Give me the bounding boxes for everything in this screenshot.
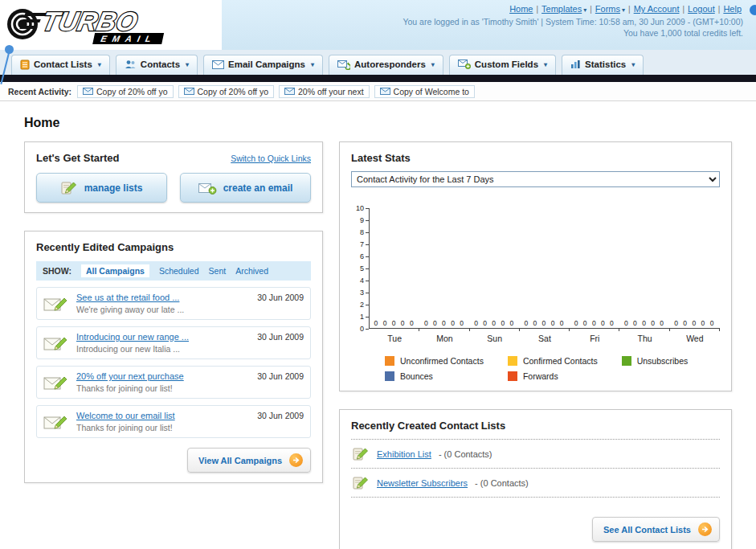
recent-activity-item[interactable]: 20% off your next (279, 85, 370, 98)
tab-email-campaigns[interactable]: Email Campaigns▾ (203, 55, 323, 75)
tab-statistics[interactable]: Statistics▾ (562, 55, 644, 75)
y-axis-label: 8 (360, 228, 364, 236)
top-nav-home[interactable]: Home (509, 4, 533, 14)
recently-created-contact-lists-panel: Recently Created Contact Lists Exhibitio… (339, 409, 732, 549)
campaign-list-item[interactable]: Introducing our new range ...Introducing… (36, 326, 311, 359)
switch-to-quick-links[interactable]: Switch to Quick Links (231, 154, 311, 163)
campaign-title-link[interactable]: Introducing our new range ... (76, 332, 250, 342)
top-nav-templates[interactable]: Templates▾ (541, 4, 586, 14)
contacts-icon (125, 59, 137, 69)
email-campaigns-icon (212, 60, 224, 69)
edit-list-icon (353, 475, 370, 490)
create-an-email-button[interactable]: create an email (180, 173, 311, 203)
see-all-contact-lists-label: See All Contact Lists (603, 525, 691, 535)
campaign-item-body: See us at the retail food ...We're givin… (76, 293, 250, 314)
left-column: Let's Get Started Switch to Quick Links … (24, 141, 323, 483)
credits-info: You have 1,000 total credits left. (403, 28, 743, 38)
x-axis-day-label: Fri (570, 331, 619, 343)
logo-text-turbo: TURBO (39, 6, 140, 36)
contact-list-detail: - (0 Contacts) (439, 449, 492, 459)
legend-item: Forwards (508, 371, 598, 381)
y-axis-label: 2 (360, 301, 364, 309)
recent-activity-item-label: Copy of Welcome to (394, 87, 469, 96)
logo-graphic: TURBO EMAIL (5, 3, 198, 47)
y-axis-label: 4 (360, 277, 364, 285)
campaign-title-link[interactable]: 20% off your next purchase (76, 371, 250, 381)
tab-custom-fields[interactable]: Custom Fields▾ (449, 55, 556, 75)
campaign-subtitle: Introducing our new Italia ... (76, 344, 250, 354)
contact-list-link[interactable]: Newsletter Subscribers (377, 478, 468, 488)
campaign-title-link[interactable]: See us at the retail food ... (76, 293, 250, 302)
contact-lists-icon (20, 59, 30, 70)
button-label: create an email (223, 182, 293, 194)
turbo-email-logo: TURBO EMAIL (0, 0, 222, 50)
campaign-date: 30 Jun 2009 (257, 332, 304, 342)
nav-separator: | (683, 5, 685, 14)
arrow-right-icon (698, 522, 712, 536)
right-column: Latest Stats Contact Activity for the La… (339, 141, 732, 549)
chevron-down-icon: ▾ (544, 61, 547, 68)
edit-list-icon (61, 180, 78, 195)
tab-label: Statistics (585, 59, 626, 69)
chart-zero-values: 0 0 0 0 0 (574, 319, 615, 328)
latest-stats-panel: Latest Stats Contact Activity for the La… (339, 141, 732, 391)
contact-list-link[interactable]: Exhibition List (377, 449, 431, 459)
campaign-item-body: Introducing our new range ...Introducing… (76, 332, 250, 354)
x-axis-day-label: Sat (520, 331, 570, 343)
x-axis-day-label: Thu (619, 331, 669, 343)
divider-bar (0, 75, 756, 82)
filter-all-campaigns[interactable]: All Campaigns (81, 264, 149, 277)
legend-label: Bounces (400, 371, 433, 381)
campaign-subtitle: Thanks for joining our list! (76, 383, 250, 393)
edit-envelope-icon (43, 293, 69, 313)
view-all-campaigns-button[interactable]: View All Campaigns (187, 448, 311, 473)
tab-contacts[interactable]: Contacts▾ (116, 55, 198, 75)
x-axis-day-label: Sun (470, 331, 520, 343)
filter-sent[interactable]: Sent (209, 266, 227, 276)
envelope-plus-icon (198, 182, 217, 195)
nav-separator: | (536, 5, 538, 14)
campaign-list-item[interactable]: 20% off your next purchaseThanks for joi… (36, 366, 311, 399)
x-axis-day-label: Mon (419, 331, 469, 343)
chart-day-group: 0 0 0 0 0 (370, 208, 419, 328)
filter-scheduled[interactable]: Scheduled (159, 266, 199, 276)
top-nav-my-account[interactable]: My Account (634, 4, 680, 14)
login-info: You are logged in as 'Timothy Smith' | S… (403, 17, 743, 27)
campaign-list-item[interactable]: Welcome to our email listThanks for join… (36, 405, 311, 438)
contact-list-items: Exhibition List- (0 Contacts)Newsletter … (351, 440, 720, 498)
tab-autoresponders[interactable]: Autoresponders▾ (329, 55, 443, 75)
recent-activity-item[interactable]: Copy of Welcome to (374, 85, 475, 98)
chart-day-group: 0 0 0 0 0 (570, 208, 619, 328)
campaign-list-item[interactable]: See us at the retail food ...We're givin… (36, 287, 311, 320)
contact-list-detail: - (0 Contacts) (475, 478, 529, 488)
nav-separator: | (628, 5, 631, 14)
campaign-subtitle: We're giving away our late ... (76, 305, 250, 314)
campaign-title-link[interactable]: Welcome to our email list (76, 411, 250, 420)
chevron-down-icon: ▾ (431, 61, 435, 68)
top-nav-help[interactable]: Help (723, 4, 742, 14)
autoresponders-icon (337, 59, 350, 70)
top-nav-forms[interactable]: Forms▾ (595, 4, 625, 14)
y-axis-label: 6 (360, 252, 364, 260)
edit-envelope-icon (43, 411, 69, 431)
manage-lists-button[interactable]: manage lists (36, 173, 167, 203)
chart-plot-area: 0 0 0 0 00 0 0 0 00 0 0 0 00 0 0 0 00 0 … (369, 208, 720, 329)
campaigns-title: Recently Edited Campaigns (36, 241, 311, 253)
top-nav-logout[interactable]: Logout (688, 4, 715, 14)
tab-contact-lists[interactable]: Contact Lists▾ (11, 55, 110, 75)
stats-period-select[interactable]: Contact Activity for the Last 7 Days (351, 171, 720, 187)
see-all-contact-lists-button[interactable]: See All Contact Lists (592, 517, 720, 542)
campaign-date: 30 Jun 2009 (257, 411, 304, 420)
contact-list-item: Exhibition List- (0 Contacts) (351, 440, 720, 469)
recent-activity-item[interactable]: Copy of 20% off yo (178, 85, 275, 98)
y-axis-label: 10 (356, 204, 364, 212)
legend-label: Forwards (523, 371, 558, 381)
recent-activity-item[interactable]: Copy of 20% off yo (77, 85, 174, 98)
y-axis-label: 0 (360, 325, 364, 333)
chart-zero-values: 0 0 0 0 0 (674, 319, 715, 328)
filter-archived[interactable]: Archived (235, 266, 268, 276)
chevron-down-icon: ▾ (311, 61, 314, 68)
chevron-down-icon: ▾ (622, 6, 625, 14)
chevron-down-icon: ▾ (98, 61, 101, 68)
chart-day-group: 0 0 0 0 0 (520, 208, 570, 328)
